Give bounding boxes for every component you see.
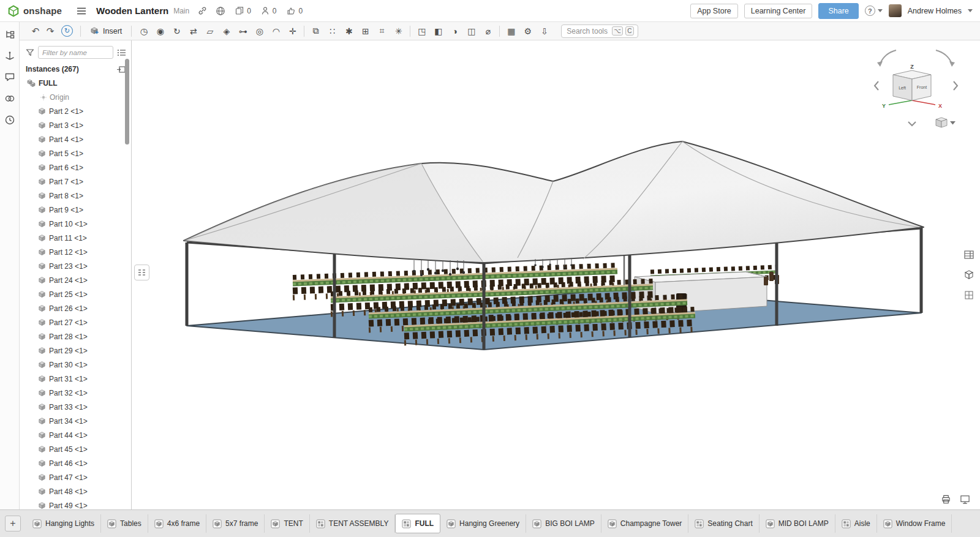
part-instance-item[interactable]: Part 3 <1> (20, 118, 131, 132)
document-tab[interactable]: TENT ASSEMBLY (310, 514, 396, 533)
learning-center-button[interactable]: Learning Center (744, 4, 813, 18)
document-tab[interactable]: Hanging Lights (26, 514, 101, 533)
app-store-button[interactable]: App Store (690, 4, 738, 18)
document-tab[interactable]: Hanging Greenery (440, 514, 526, 533)
named-positions-icon[interactable]: ◳ (413, 24, 430, 39)
part-instance-item[interactable]: Part 30 <1> (20, 358, 131, 372)
features-panel-handle[interactable] (134, 265, 149, 280)
part-instance-item[interactable]: Part 6 <1> (20, 160, 131, 175)
measure-icon[interactable]: ⌀ (480, 24, 496, 39)
part-instance-item[interactable]: Part 23 <1> (20, 259, 131, 273)
bom-icon[interactable]: ▦ (503, 24, 519, 39)
panel-scrollbar[interactable] (125, 59, 129, 145)
part-instance-item[interactable]: Part 49 <1> (20, 498, 131, 509)
part-instance-item[interactable]: Part 5 <1> (20, 146, 131, 160)
list-view-icon[interactable] (117, 48, 126, 57)
rotate-ccw-arrow[interactable] (880, 50, 896, 64)
share-button[interactable]: Share (818, 3, 858, 19)
revolute-mate-icon[interactable]: ↻ (168, 24, 185, 39)
workspace-name[interactable]: Main (173, 7, 189, 15)
part-instance-item[interactable]: Part 25 <1> (20, 287, 131, 301)
tangent-mate-icon[interactable]: ◠ (268, 24, 284, 39)
bom-panel-icon[interactable] (962, 247, 976, 262)
replicate-icon[interactable]: ⊞ (357, 24, 374, 39)
part-instance-item[interactable]: Part 27 <1> (20, 315, 131, 329)
assembly-root-item[interactable]: FULL (20, 76, 131, 90)
part-instance-item[interactable]: Part 28 <1> (20, 329, 131, 344)
part-instance-item[interactable]: Part 29 <1> (20, 344, 131, 358)
explode-icon[interactable]: ✳ (390, 24, 407, 39)
configurations-icon[interactable]: ⚙ (519, 24, 536, 39)
linear-pattern-icon[interactable]: ∷ (324, 24, 341, 39)
section-view-icon[interactable]: ◫ (463, 24, 480, 39)
filter-icon[interactable] (26, 48, 34, 57)
globe-icon[interactable] (216, 6, 225, 16)
document-tab[interactable]: Seating Chart (688, 514, 759, 533)
part-instance-item[interactable]: Part 10 <1> (20, 217, 131, 231)
help-menu[interactable]: ? (865, 6, 883, 16)
mate-icon[interactable]: ◷ (135, 24, 152, 39)
view-cube[interactable]: Z Y X Left Front (870, 45, 962, 131)
part-instance-item[interactable]: Part 47 <1> (20, 470, 131, 484)
export-icon[interactable]: ⇩ (536, 24, 552, 39)
insert-button[interactable]: Insert (85, 24, 127, 37)
mate-connector-rail-icon[interactable] (3, 49, 17, 62)
document-tab[interactable]: Aisle (835, 514, 877, 533)
user-menu-caret-icon[interactable] (968, 9, 973, 12)
history-icon[interactable] (3, 113, 17, 127)
origin-item[interactable]: Origin (20, 90, 131, 104)
likes-stat[interactable]: 0 (287, 6, 303, 15)
fastened-mate-icon[interactable]: ◉ (152, 24, 168, 39)
cylindrical-mate-icon[interactable]: ◈ (218, 24, 235, 39)
rotate-right-arrow[interactable] (954, 81, 957, 90)
named-views-icon[interactable]: ↻ (61, 25, 73, 37)
3d-viewport[interactable] (132, 40, 980, 509)
search-tools-box[interactable]: ⌥ C (561, 24, 638, 38)
part-instance-item[interactable]: Part 46 <1> (20, 456, 131, 470)
tent-canopy[interactable] (184, 141, 924, 263)
rotate-down-arrow[interactable] (908, 122, 916, 126)
part-instance-item[interactable]: Part 8 <1> (20, 189, 131, 203)
undo-button[interactable]: ↶ (28, 24, 43, 39)
snapshot-icon[interactable]: ⌗ (374, 24, 390, 39)
part-instance-item[interactable]: Part 32 <1> (20, 386, 131, 400)
main-menu-icon[interactable] (77, 7, 86, 15)
display-states-icon[interactable]: ◧ (430, 24, 447, 39)
mate-connector-icon[interactable]: ✛ (284, 24, 301, 39)
followers-stat[interactable]: 0 (261, 6, 277, 15)
rotate-left-arrow[interactable] (875, 81, 878, 90)
circular-pattern-icon[interactable]: ✱ (341, 24, 357, 39)
part-instance-item[interactable]: Part 4 <1> (20, 132, 131, 146)
pin-slot-mate-icon[interactable]: ⊶ (235, 24, 251, 39)
copies-stat[interactable]: 0 (235, 6, 251, 15)
appearance-icon[interactable]: ◑ (447, 24, 463, 39)
part-instance-item[interactable]: Part 48 <1> (20, 484, 131, 498)
document-tab[interactable]: Champagne Tower (601, 514, 689, 533)
view-menu-button[interactable] (936, 118, 956, 127)
follow-mode-icon[interactable] (3, 92, 17, 105)
part-instance-item[interactable]: Part 45 <1> (20, 442, 131, 456)
part-instance-item[interactable]: Part 24 <1> (20, 273, 131, 287)
document-tab[interactable]: MID BOI LAMP (760, 514, 835, 533)
document-tab[interactable]: Window Frame (877, 514, 952, 533)
part-instance-item[interactable]: Part 7 <1> (20, 175, 131, 189)
document-tab[interactable]: Tables (101, 514, 148, 533)
custom-tables-panel-icon[interactable] (962, 288, 976, 302)
share-link-icon[interactable] (198, 6, 207, 15)
document-tab[interactable]: FULL (395, 514, 440, 533)
search-tools-input[interactable] (565, 26, 609, 36)
document-tab[interactable]: 5x7 frame (206, 514, 265, 533)
ball-mate-icon[interactable]: ◎ (251, 24, 268, 39)
planar-mate-icon[interactable]: ▱ (202, 24, 218, 39)
part-instance-item[interactable]: Part 2 <1> (20, 104, 131, 118)
bar-counter[interactable] (635, 272, 767, 314)
feature-tree-icon[interactable] (3, 28, 17, 41)
part-instance-item[interactable]: Part 11 <1> (20, 231, 131, 245)
part-instance-item[interactable]: Part 44 <1> (20, 428, 131, 442)
onshape-logo[interactable]: onshape (7, 5, 62, 17)
part-instance-item[interactable]: Part 34 <1> (20, 414, 131, 428)
part-instance-item[interactable]: Part 33 <1> (20, 400, 131, 414)
document-tab[interactable]: TENT (265, 514, 309, 533)
comments-icon[interactable] (3, 70, 17, 84)
slider-mate-icon[interactable]: ⇄ (185, 24, 202, 39)
